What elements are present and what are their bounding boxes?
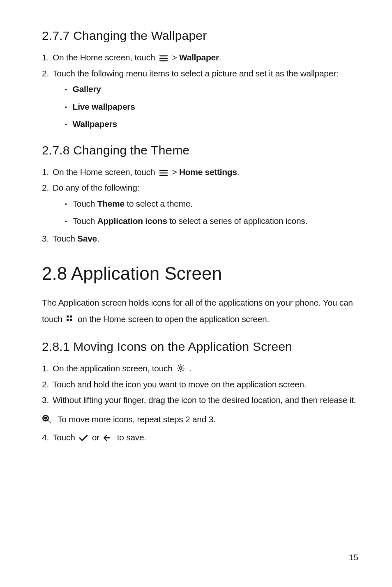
menu-icon — [159, 170, 168, 176]
step-number: 2. — [42, 67, 50, 81]
text-bold: Theme — [97, 199, 125, 208]
list-item: •Gallery — [65, 83, 359, 96]
step-text: Touch the following menu items to select… — [53, 67, 338, 81]
heading-2-8: 2.8 Application Screen — [42, 263, 359, 284]
step-text: Touch or to save. — [53, 431, 146, 444]
step-number: 3. — [42, 232, 50, 246]
text-bold: Home settings — [179, 167, 237, 177]
note-text: To move more icons, repeat steps 2 and 3… — [58, 413, 216, 426]
list-item: • Touch Theme to select a theme. — [65, 197, 359, 211]
bullet-icon: • — [65, 217, 67, 226]
list-item: • Touch Application icons to select a se… — [65, 214, 359, 228]
list-item: •Wallpapers — [65, 117, 359, 131]
bullet-icon: • — [65, 200, 67, 209]
text-fragment: Touch — [53, 433, 75, 442]
step-number: 1. — [42, 166, 50, 179]
bullet-icon: • — [65, 85, 67, 94]
list-item: 2. Touch and hold the icon you want to m… — [42, 378, 359, 391]
list-item: 1. On the application screen, touch . — [42, 362, 359, 375]
text-fragment: > — [172, 167, 179, 177]
text-fragment: . — [219, 53, 221, 62]
text-bold: Application icons — [97, 216, 167, 226]
list-item: 3. Without lifting your finger, drag the… — [42, 394, 359, 407]
text-bold: Live wallpapers — [73, 100, 135, 114]
bullet-icon: • — [65, 120, 67, 129]
text-bold: Save — [77, 234, 97, 243]
list-item: 2. Touch the following menu items to sel… — [42, 67, 359, 81]
text-fragment: On the Home screen, touch — [53, 53, 155, 62]
text-fragment: . — [237, 167, 240, 177]
gear-icon — [176, 364, 185, 373]
svg-point-20 — [44, 417, 47, 420]
heading-2-7-8: 2.7.8 Changing the Theme — [42, 143, 359, 157]
check-icon — [79, 434, 88, 442]
step-number: 1. — [42, 362, 50, 375]
text-fragment: Touch — [73, 216, 97, 226]
step-text: On the Home screen, touch > Home setting… — [53, 166, 239, 179]
svg-rect-7 — [70, 315, 72, 318]
text-fragment: to select a series of application icons. — [167, 216, 307, 226]
sub-text: Touch Application icons to select a seri… — [73, 214, 307, 228]
heading-2-7-7: 2.7.7 Changing the Wallpaper — [42, 29, 359, 43]
step-text: Touch and hold the icon you want to move… — [53, 378, 306, 391]
svg-line-17 — [178, 370, 179, 371]
back-icon — [103, 434, 113, 442]
text-fragment: to select a theme. — [125, 199, 193, 208]
text-fragment: On the application screen, touch — [53, 364, 173, 373]
svg-rect-6 — [67, 315, 69, 318]
step-number: 3. — [42, 394, 50, 407]
svg-line-21 — [48, 420, 51, 423]
text-bold: Wallpapers — [73, 117, 117, 131]
text-fragment: on the Home screen to open the applicati… — [78, 314, 269, 324]
note: To move more icons, repeat steps 2 and 3… — [42, 413, 359, 426]
svg-point-10 — [180, 367, 182, 369]
step-number: 2. — [42, 181, 50, 195]
text-fragment: . — [189, 364, 192, 373]
list-item: 4. Touch or to save. — [42, 431, 359, 444]
text-bold: Wallpaper — [179, 53, 219, 62]
text-bold: Gallery — [73, 83, 101, 96]
paragraph: The Application screen holds icons for a… — [42, 295, 359, 327]
page-number: 15 — [349, 552, 358, 562]
list-item: 1. On the Home screen, touch > Wallpaper… — [42, 51, 359, 64]
svg-rect-8 — [67, 319, 69, 321]
step-text: On the Home screen, touch > Wallpaper. — [53, 51, 221, 64]
menu-icon — [159, 55, 168, 62]
step-number: 2. — [42, 378, 50, 391]
text-fragment: On the Home screen, touch — [53, 167, 155, 177]
text-fragment: Touch — [73, 199, 97, 208]
svg-line-16 — [183, 370, 184, 371]
heading-2-8-1: 2.8.1 Moving Icons on the Application Sc… — [42, 340, 359, 354]
bullet-icon: • — [65, 103, 67, 112]
text-fragment: or — [92, 433, 99, 442]
list-item: •Live wallpapers — [65, 100, 359, 114]
step-text: On the application screen, touch . — [53, 362, 191, 375]
step-number: 4. — [42, 431, 50, 444]
text-fragment: > — [172, 53, 179, 62]
sub-text: Touch Theme to select a theme. — [73, 197, 193, 211]
svg-line-18 — [183, 366, 184, 366]
list-item: 3. Touch Save. — [42, 232, 359, 246]
list-item: 1. On the Home screen, touch > Home sett… — [42, 166, 359, 179]
step-text: Do any of the following: — [53, 181, 139, 195]
apps-grid-icon — [66, 315, 74, 322]
list-item: 2. Do any of the following: — [42, 181, 359, 195]
svg-line-15 — [178, 366, 179, 366]
svg-rect-9 — [70, 319, 72, 321]
step-text: Touch Save. — [53, 232, 99, 246]
text-fragment: to save. — [117, 433, 146, 442]
tip-icon — [42, 414, 52, 424]
step-number: 1. — [42, 51, 50, 64]
text-fragment: . — [97, 234, 99, 243]
text-fragment: Touch — [53, 234, 77, 243]
step-text: Without lifting your finger, drag the ic… — [53, 394, 356, 407]
